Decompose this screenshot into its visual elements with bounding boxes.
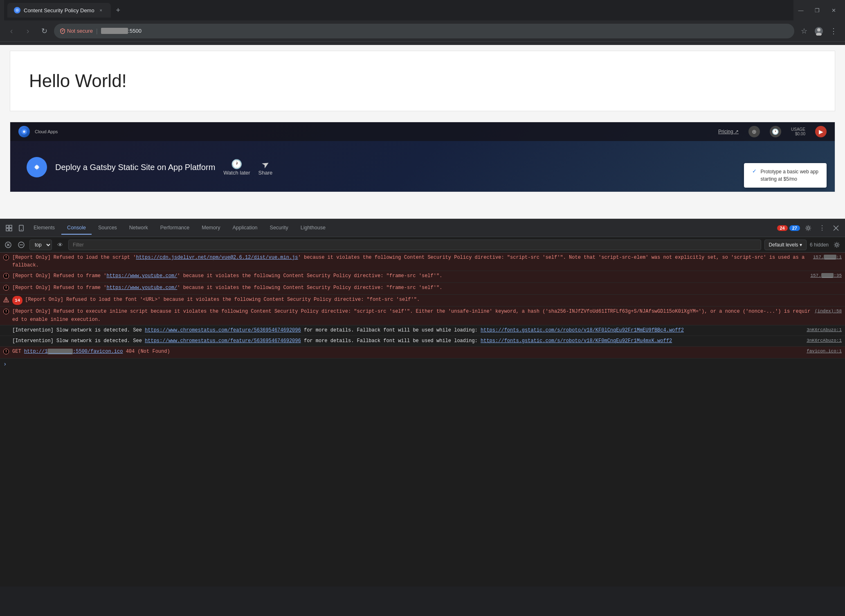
- console-row: [Report Only] Refused to frame 'https://…: [0, 271, 845, 283]
- new-tab-button[interactable]: +: [112, 4, 124, 16]
- tab-elements[interactable]: Elements: [28, 222, 61, 235]
- tab-memory[interactable]: Memory: [196, 222, 226, 235]
- clear-console-button[interactable]: [3, 240, 13, 250]
- close-button[interactable]: ✕: [829, 7, 838, 13]
- restore-button[interactable]: ❐: [813, 7, 821, 13]
- chromestatus-link1[interactable]: https://www.chromestatus.com/feature/563…: [145, 327, 301, 333]
- devtools-panel: Elements Console Sources Network Perform…: [0, 219, 845, 587]
- console-input-row[interactable]: ›: [0, 358, 845, 370]
- error-icon: [3, 255, 11, 269]
- console-message-text: [Report Only] Refused to frame 'https://…: [12, 284, 838, 293]
- log-levels-button[interactable]: Default levels ▾: [764, 240, 807, 250]
- error-icon: [3, 309, 11, 323]
- reload-button[interactable]: ↻: [38, 25, 51, 38]
- error-icon: [3, 273, 11, 281]
- svg-point-12: [807, 227, 809, 229]
- check-icon: ✓: [752, 168, 757, 174]
- youtube-frame-link[interactable]: https://www.youtube.com/: [106, 273, 177, 279]
- filter-input[interactable]: [68, 240, 761, 250]
- svg-point-2: [817, 28, 820, 31]
- inspect-element-button[interactable]: [3, 222, 15, 234]
- svg-point-11: [21, 229, 22, 230]
- minimize-button[interactable]: —: [797, 7, 805, 13]
- console-source-link[interactable]: favicon.ico:1: [807, 348, 842, 357]
- font-link2[interactable]: https://fonts.gstatic.com/s/roboto/v18/K…: [481, 338, 672, 344]
- info-spacer: [3, 338, 11, 345]
- console-source-link[interactable]: (index):58: [815, 308, 842, 323]
- forward-button[interactable]: ›: [21, 25, 34, 38]
- console-row: [Intervention] Slow network is detected.…: [0, 325, 845, 336]
- tab-network[interactable]: Network: [124, 222, 154, 235]
- console-message-text: [Intervention] Slow network is detected.…: [12, 327, 803, 334]
- font-link1[interactable]: https://fonts.gstatic.com/s/roboto/v18/K…: [481, 327, 684, 333]
- tab-application[interactable]: Application: [227, 222, 263, 235]
- svg-rect-7: [9, 225, 12, 228]
- tab-lighthouse[interactable]: Lighthouse: [295, 222, 331, 235]
- console-row: [Report Only] Refused to load the script…: [0, 253, 845, 271]
- console-source-link[interactable]: 3nK6rcAbuzo:1: [807, 327, 842, 334]
- chromestatus-link2[interactable]: https://www.chromestatus.com/feature/563…: [145, 338, 301, 344]
- devtools-close-button[interactable]: [830, 222, 842, 234]
- device-toggle-button[interactable]: [16, 222, 27, 234]
- tab-performance[interactable]: Performance: [155, 222, 196, 235]
- console-input[interactable]: [9, 362, 842, 367]
- title-bar: Content Security Policy Demo × + — ❐ ✕: [0, 0, 845, 20]
- page-content: Hello World! Cloud Apps Pricing ↗ ⊕: [0, 45, 845, 219]
- error-icon: [3, 297, 11, 305]
- tab-security[interactable]: Security: [264, 222, 294, 235]
- error-icon: [3, 285, 11, 293]
- active-tab[interactable]: Content Security Policy Demo ×: [7, 3, 111, 18]
- tab-close-button[interactable]: ×: [98, 7, 104, 13]
- yt-pricing[interactable]: Pricing ↗: [718, 129, 739, 134]
- watch-later-label[interactable]: Watch later: [223, 170, 250, 176]
- profile-button[interactable]: [812, 25, 825, 38]
- window-controls: — ❐ ✕: [797, 7, 841, 13]
- tab-sources[interactable]: Sources: [92, 222, 123, 235]
- svg-rect-6: [6, 225, 9, 228]
- youtube-frame-link2[interactable]: https://www.youtube.com/: [106, 285, 177, 291]
- favicon-link[interactable]: http://1●●●●●●●●:5500/favicon.ico: [24, 349, 123, 354]
- back-button[interactable]: ‹: [5, 25, 18, 38]
- svg-rect-9: [9, 228, 12, 231]
- console-toolbar: top 👁 Default levels ▾ 6 hidden: [0, 237, 845, 253]
- devtools-settings-button[interactable]: [802, 222, 814, 234]
- console-message-text: [Report Only] Refused to execute inline …: [12, 308, 811, 323]
- console-settings-button[interactable]: [832, 240, 842, 250]
- security-indicator: Not secure: [60, 28, 93, 34]
- bookmark-button[interactable]: ☆: [798, 25, 811, 38]
- console-message-text: [Report Only] Refused to load the script…: [12, 254, 810, 269]
- console-source-link[interactable]: 3nK6rcAbuzo:1: [807, 337, 842, 345]
- console-row: [Report Only] Refused to frame 'https://…: [0, 283, 845, 295]
- filter-toggle-button[interactable]: [16, 240, 26, 250]
- console-message-text: [Report Only] Refused to frame 'https://…: [12, 272, 807, 281]
- console-message-text: [Report Only] Refused to load the font '…: [25, 296, 842, 305]
- tab-title: Content Security Policy Demo: [24, 7, 94, 13]
- console-message-text: [Intervention] Slow network is detected.…: [12, 337, 803, 345]
- yt-overlay-card: ✓ Prototype a basic web appstarting at $…: [744, 163, 827, 188]
- console-message-text: GET http://1●●●●●●●●:5500/favicon.ico 40…: [12, 348, 803, 357]
- error-count-badge: 24: [777, 225, 788, 231]
- yt-video-title: Deploy a Gatsby Static Site on App Platf…: [55, 163, 215, 172]
- csp-script-link[interactable]: https://cdn.jsdelivr.net/npm/vue@2.6.12/…: [136, 255, 298, 260]
- tab-console[interactable]: Console: [61, 222, 92, 235]
- menu-button[interactable]: ⋮: [827, 25, 840, 38]
- console-source-link[interactable]: 157.●●●●:1: [813, 254, 842, 269]
- console-row: 14 [Report Only] Refused to load the fon…: [0, 295, 845, 307]
- yt-channel-logo: [27, 157, 47, 177]
- context-selector[interactable]: top: [29, 240, 52, 250]
- devtools-menu-button[interactable]: ⋮: [816, 222, 828, 234]
- console-source-link[interactable]: 157.●●●●:35: [810, 272, 842, 281]
- browser-chrome: Content Security Policy Demo × + — ❐ ✕ ‹…: [0, 0, 845, 45]
- error-icon: [3, 349, 11, 357]
- info-spacer: [3, 327, 11, 334]
- address-bar[interactable]: Not secure | ●●●●●●●●:5500: [54, 24, 794, 38]
- error-count-badge: 14: [12, 296, 22, 305]
- address-url: ●●●●●●●●:5500: [101, 28, 142, 34]
- hello-world-heading: Hello World!: [25, 63, 820, 99]
- address-separator: |: [96, 28, 98, 34]
- tab-favicon: [14, 7, 20, 13]
- warning-count-badge: 27: [789, 225, 800, 231]
- youtube-embed: Cloud Apps Pricing ↗ ⊕ 🕐 USAGE $0.00 ▶: [10, 122, 835, 192]
- console-row: [Intervention] Slow network is detected.…: [0, 336, 845, 347]
- eye-button[interactable]: 👁: [55, 240, 65, 250]
